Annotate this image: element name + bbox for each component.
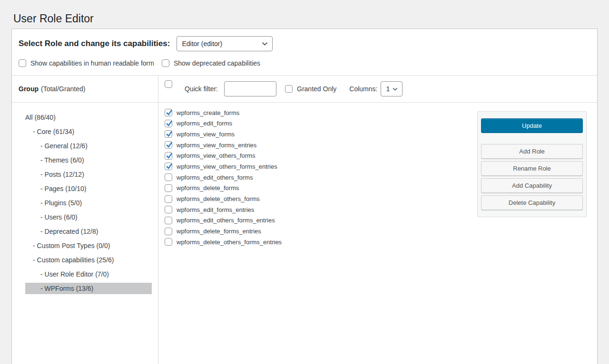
- chevron-down-icon: [262, 42, 268, 46]
- group-item[interactable]: - User Role Editor (7/0): [25, 268, 152, 280]
- group-item[interactable]: - WPForms (13/6): [25, 283, 152, 294]
- select-all-checkbox[interactable]: [165, 80, 172, 88]
- capability-label: wpforms_view_others_forms: [177, 152, 255, 159]
- page-title: User Role Editor: [0, 0, 609, 26]
- capability-label: wpforms_delete_forms_entries: [177, 228, 261, 235]
- user-role-editor-panel: Select Role and change its capabilities:…: [11, 29, 598, 364]
- capability-checkbox[interactable]: [165, 184, 172, 192]
- check-icon: [165, 162, 174, 171]
- group-item[interactable]: - Themes (6/0): [25, 154, 152, 166]
- capability-label: wpforms_delete_others_forms_entries: [177, 239, 282, 246]
- deprecated-checkbox[interactable]: [162, 59, 169, 67]
- group-item[interactable]: All (86/40): [25, 112, 152, 123]
- deprecated-option: Show deprecated capabilities: [162, 59, 260, 67]
- group-column-header: Group (Total/Granted): [12, 76, 158, 102]
- capability-checkbox[interactable]: [165, 228, 172, 235]
- capability-checkbox[interactable]: [165, 206, 172, 213]
- role-select-value: Editor (editor): [182, 40, 222, 48]
- group-item[interactable]: - Plugins (5/0): [25, 197, 152, 209]
- chevron-down-icon: [393, 87, 398, 91]
- group-item[interactable]: - Users (6/0): [25, 211, 152, 223]
- capabilities-column: wpforms_create_formswpforms_edit_formswp…: [158, 103, 597, 364]
- columns-select[interactable]: 1: [381, 81, 403, 96]
- columns-label: Columns:: [349, 85, 377, 93]
- capability-label: wpforms_edit_others_forms_entries: [177, 217, 275, 224]
- editor-body: All (86/40)- Core (61/34)- General (12/6…: [12, 102, 597, 364]
- capability-label: wpforms_edit_forms_entries: [177, 206, 254, 213]
- capability-label: wpforms_delete_forms: [177, 184, 239, 192]
- capability-label: wpforms_edit_forms: [177, 120, 232, 127]
- secondary-buttons-group: Add RoleRename RoleAdd CapabilityDelete …: [481, 144, 583, 210]
- filter-toolbar: Group (Total/Granted) Quick filter: Gran…: [12, 76, 597, 102]
- delete-capability-button[interactable]: Delete Capability: [481, 195, 583, 210]
- filter-controls: Quick filter: Granted Only Columns: 1: [158, 76, 597, 102]
- capability-checkbox[interactable]: [165, 173, 172, 181]
- check-icon: [165, 129, 174, 138]
- check-icon: [165, 108, 174, 117]
- update-button[interactable]: Update: [481, 118, 583, 133]
- capability-checkbox[interactable]: [165, 217, 172, 224]
- quick-filter-input[interactable]: [224, 81, 276, 96]
- actions-panel: Update Add RoleRename RoleAdd Capability…: [477, 111, 587, 217]
- quick-filter-label: Quick filter:: [185, 85, 218, 93]
- capability-row: wpforms_delete_others_forms_entries: [165, 238, 597, 246]
- capability-label: wpforms_view_forms: [177, 131, 235, 138]
- granted-only-checkbox[interactable]: [285, 85, 293, 93]
- capability-label: wpforms_edit_others_forms: [177, 174, 253, 181]
- add-role-button[interactable]: Add Role: [481, 144, 583, 159]
- human-readable-option: Show capabilities in human readable form: [19, 59, 154, 67]
- capability-row: wpforms_edit_others_forms_entries: [165, 217, 597, 224]
- check-icon: [165, 151, 174, 160]
- group-item[interactable]: - Posts (12/12): [25, 169, 152, 180]
- group-tree: All (86/40)- Core (61/34)- General (12/6…: [12, 103, 158, 364]
- group-header-suffix: (Total/Granted): [41, 85, 85, 93]
- capability-checkbox[interactable]: [165, 152, 172, 160]
- capability-label: wpforms_view_forms_entries: [177, 142, 256, 149]
- human-readable-checkbox[interactable]: [19, 59, 26, 67]
- role-select[interactable]: Editor (editor): [177, 36, 273, 51]
- group-item[interactable]: - Pages (10/10): [25, 183, 152, 194]
- capability-checkbox[interactable]: [165, 195, 172, 203]
- group-header-label: Group: [19, 85, 39, 93]
- capability-label: wpforms_delete_others_forms: [177, 195, 260, 202]
- capability-row: wpforms_delete_forms_entries: [165, 228, 597, 235]
- check-icon: [165, 119, 174, 128]
- add-capability-button[interactable]: Add Capability: [481, 178, 583, 193]
- check-icon: [165, 140, 174, 149]
- group-item[interactable]: - Custom Post Types (0/0): [25, 240, 152, 251]
- role-select-row: Select Role and change its capabilities:…: [12, 29, 597, 51]
- display-options-row: Show capabilities in human readable form…: [12, 51, 597, 67]
- capability-checkbox[interactable]: [165, 130, 172, 138]
- capability-label: wpforms_view_others_forms_entries: [177, 163, 277, 170]
- group-item[interactable]: - Custom capabilities (25/6): [25, 254, 152, 266]
- columns-select-value: 1: [386, 85, 390, 93]
- group-item[interactable]: - Core (61/34): [25, 126, 152, 137]
- capability-checkbox[interactable]: [165, 238, 172, 246]
- human-readable-label: Show capabilities in human readable form: [30, 59, 154, 67]
- select-role-label: Select Role and change its capabilities:: [19, 39, 170, 48]
- capability-checkbox[interactable]: [165, 120, 172, 127]
- deprecated-label: Show deprecated capabilities: [174, 59, 260, 67]
- rename-role-button[interactable]: Rename Role: [481, 161, 583, 176]
- capability-checkbox[interactable]: [165, 109, 172, 116]
- group-item[interactable]: - Deprecated (12/8): [25, 226, 152, 237]
- capability-label: wpforms_create_forms: [177, 109, 239, 116]
- capability-checkbox[interactable]: [165, 141, 172, 149]
- group-item[interactable]: - General (12/6): [25, 140, 152, 152]
- capability-checkbox[interactable]: [165, 163, 172, 170]
- granted-only-label: Granted Only: [297, 85, 336, 93]
